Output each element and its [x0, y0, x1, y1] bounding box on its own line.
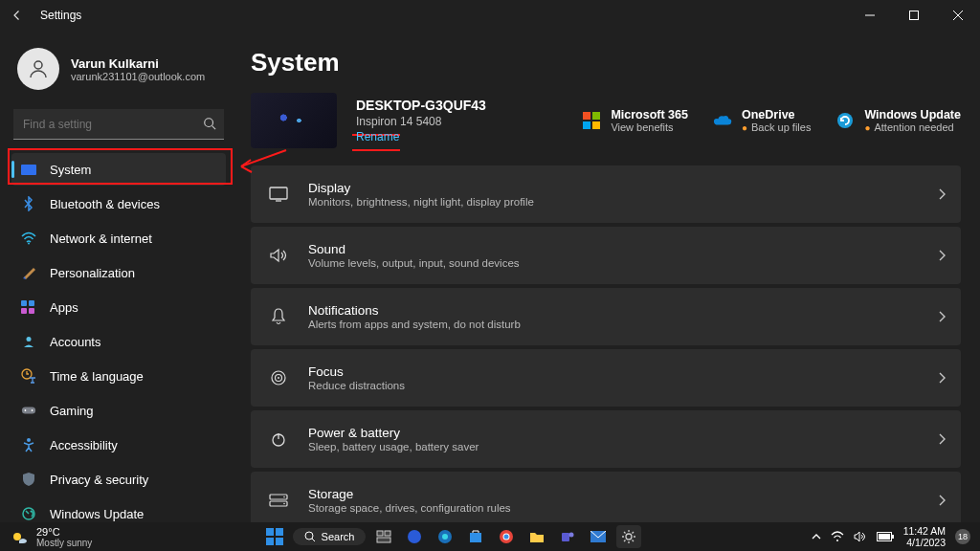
svg-point-45: [836, 540, 838, 541]
promo-sub: View benefits: [611, 121, 688, 133]
card-title: Storage: [308, 487, 511, 501]
taskbar-weather[interactable]: 29°C Mostly sunny: [10, 526, 92, 548]
sidebar: Varun Kulkarni varunk231101@outlook.com …: [0, 31, 234, 522]
nav-item-personalization[interactable]: Personalization: [11, 256, 226, 289]
weather-icon: [10, 527, 29, 546]
user-email: varunk231101@outlook.com: [71, 71, 205, 82]
search-input[interactable]: [13, 109, 224, 140]
nav-item-apps[interactable]: Apps: [11, 291, 226, 323]
close-button[interactable]: [936, 0, 980, 31]
card-power[interactable]: Power & batterySleep, battery usage, bat…: [251, 410, 961, 468]
nav-label: Gaming: [50, 404, 94, 418]
svg-rect-29: [276, 538, 283, 545]
tray-wifi-icon[interactable]: [831, 531, 844, 542]
card-notifications[interactable]: NotificationsAlerts from apps and system…: [251, 288, 961, 345]
promo-sub: ●Attention needed: [864, 121, 961, 133]
svg-point-30: [305, 532, 313, 540]
taskbar-clock[interactable]: 11:42 AM 4/1/2023: [903, 525, 946, 548]
card-focus[interactable]: FocusReduce distractions: [251, 349, 961, 407]
svg-point-7: [25, 409, 27, 411]
promo-m365[interactable]: Microsoft 365 View benefits: [582, 108, 688, 133]
nav-label: Privacy & security: [50, 473, 148, 487]
search-icon: [304, 531, 316, 542]
card-title: Notifications: [308, 303, 521, 318]
svg-rect-26: [266, 528, 274, 536]
taskbar-app-1[interactable]: [402, 525, 427, 548]
card-title: Power & battery: [308, 426, 479, 440]
svg-rect-27: [276, 528, 283, 536]
person-icon: [27, 57, 50, 80]
nav-label: Network & internet: [50, 231, 152, 246]
card-sub: Reduce distractions: [308, 380, 405, 391]
promo-onedrive[interactable]: OneDrive ●Back up files: [713, 108, 811, 133]
taskbar-explorer-icon[interactable]: [524, 525, 549, 548]
wifi-icon: [21, 231, 36, 246]
taskbar-chrome-icon[interactable]: [494, 525, 519, 548]
card-display[interactable]: DisplayMonitors, brightness, night light…: [251, 165, 961, 223]
tray-chevron-icon[interactable]: [812, 533, 821, 540]
taskbar-settings-icon[interactable]: [616, 525, 641, 548]
nav-item-bluetooth[interactable]: Bluetooth & devices: [11, 187, 226, 220]
card-sub: Monitors, brightness, night light, displ…: [308, 196, 534, 208]
back-icon[interactable]: [11, 10, 23, 21]
tray-volume-icon[interactable]: [854, 531, 867, 542]
svg-point-44: [626, 534, 632, 540]
focus-icon: [268, 369, 289, 386]
card-storage[interactable]: StorageStorage space, drives, configurat…: [251, 472, 961, 522]
chevron-right-icon: [938, 250, 946, 261]
svg-rect-37: [470, 533, 481, 542]
svg-point-8: [32, 409, 33, 411]
weather-cond: Mostly sunny: [36, 538, 92, 548]
taskbar-mail-icon[interactable]: [586, 525, 611, 548]
display-icon: [268, 187, 289, 202]
nav-item-system[interactable]: System: [11, 153, 226, 186]
settings-search[interactable]: [13, 109, 224, 140]
accessibility-icon: [21, 437, 36, 452]
card-sound[interactable]: SoundVolume levels, output, input, sound…: [251, 227, 961, 284]
nav-item-accounts[interactable]: Accounts: [11, 325, 226, 358]
paintbrush-icon: [21, 265, 36, 280]
task-view-icon[interactable]: [371, 525, 396, 548]
nav-item-gaming[interactable]: Gaming: [11, 394, 226, 427]
taskbar-teams-icon[interactable]: [555, 525, 580, 548]
card-sub: Volume levels, output, input, sound devi…: [308, 257, 520, 269]
svg-point-19: [278, 377, 279, 379]
nav-item-accessibility[interactable]: Accessibility: [11, 429, 226, 461]
taskbar-store-icon[interactable]: [463, 525, 488, 548]
svg-point-3: [28, 243, 30, 245]
card-sub: Sleep, battery usage, battery saver: [308, 441, 479, 452]
device-model: Inspiron 14 5408: [356, 115, 486, 128]
taskbar-search[interactable]: Search: [293, 528, 367, 545]
tray-battery-icon[interactable]: [877, 532, 894, 541]
nav-list: System Bluetooth & devices Network & int…: [11, 153, 226, 530]
nav-item-time-language[interactable]: Time & language: [11, 360, 226, 392]
notification-badge[interactable]: 18: [955, 529, 970, 544]
nav-item-network[interactable]: Network & internet: [11, 222, 226, 254]
nav-label: Accounts: [50, 335, 100, 349]
nav-item-privacy[interactable]: Privacy & security: [11, 463, 226, 496]
search-icon: [203, 117, 216, 130]
svg-point-2: [205, 119, 213, 127]
svg-point-24: [283, 503, 285, 505]
promo-title: OneDrive: [742, 108, 811, 121]
gamepad-icon: [21, 403, 36, 418]
user-account-block[interactable]: Varun Kulkarni varunk231101@outlook.com: [11, 42, 226, 101]
svg-point-23: [283, 496, 285, 498]
start-button[interactable]: [262, 525, 287, 548]
svg-point-40: [504, 535, 509, 540]
chevron-right-icon: [938, 188, 946, 200]
user-name: Varun Kulkarni: [71, 56, 205, 71]
minimize-button[interactable]: [848, 0, 892, 31]
window-title: Settings: [40, 9, 81, 22]
device-thumbnail: [251, 93, 337, 148]
m365-icon: [582, 111, 601, 130]
rename-link[interactable]: Rename: [356, 130, 486, 143]
clock-lang-icon: [21, 368, 36, 384]
update-icon: [21, 506, 36, 521]
titlebar: Settings: [0, 0, 980, 31]
promo-windows-update[interactable]: Windows Update ●Attention needed: [835, 108, 961, 133]
weather-temp: 29°C: [36, 526, 92, 538]
maximize-button[interactable]: [892, 0, 936, 31]
chevron-right-icon: [938, 433, 946, 445]
taskbar-app-2[interactable]: [433, 525, 457, 548]
